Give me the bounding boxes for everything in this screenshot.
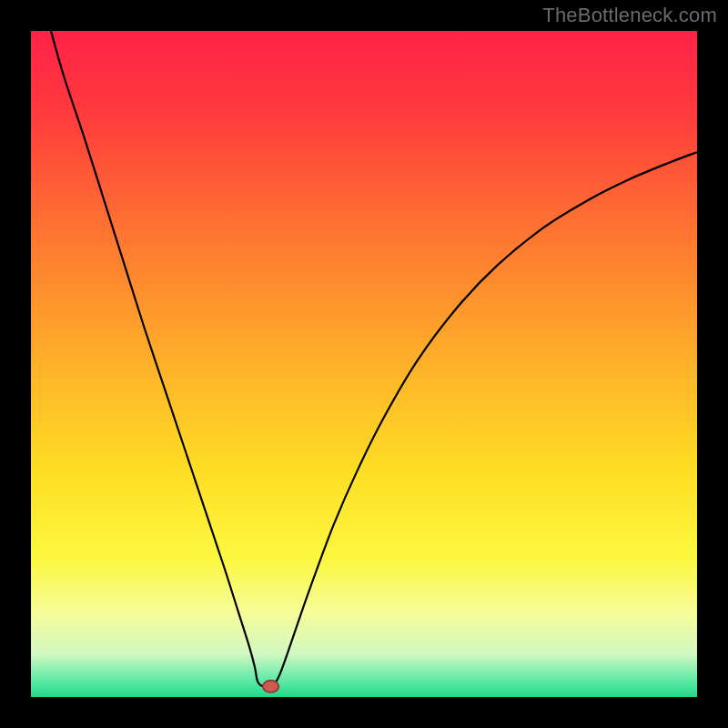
- gradient-background: [31, 31, 697, 697]
- chart-frame: TheBottleneck.com: [0, 0, 728, 728]
- optimum-marker: [263, 681, 279, 693]
- watermark-text: TheBottleneck.com: [542, 4, 717, 27]
- bottleneck-chart: [31, 31, 697, 697]
